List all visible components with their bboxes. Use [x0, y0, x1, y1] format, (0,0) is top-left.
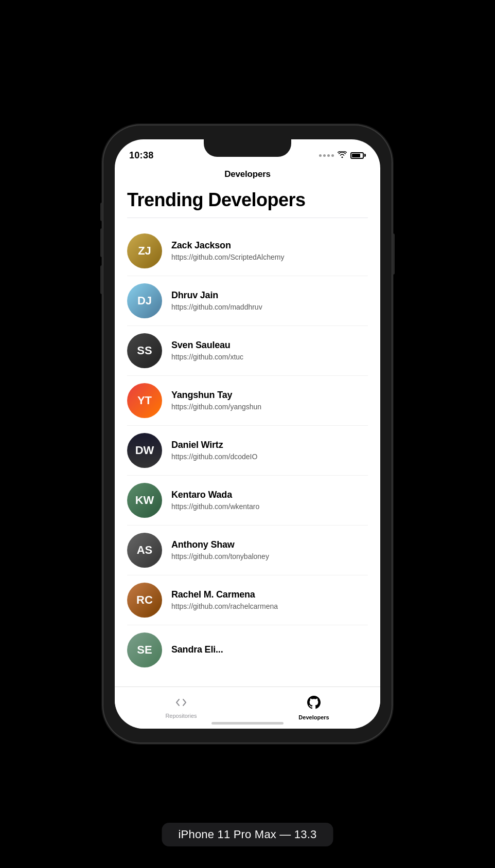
avatar: AS [127, 533, 162, 568]
avatar: SS [127, 333, 162, 368]
developer-info: Daniel Wirtzhttps://github.com/dcodeIO [171, 440, 257, 461]
avatar-initials: SS [137, 344, 152, 357]
home-indicator [211, 722, 284, 725]
wifi-icon [338, 151, 347, 159]
developer-url: https://github.com/xtuc [171, 353, 243, 361]
tab-repositories-label: Repositories [165, 713, 197, 719]
avatar-initials: RC [136, 593, 153, 607]
scene: 10:38 [0, 0, 495, 868]
avatar: YT [127, 383, 162, 418]
page-heading: Trending Developers [127, 190, 368, 210]
developer-name: Yangshun Tay [171, 390, 261, 401]
avatar-initials: AS [137, 544, 153, 557]
phone-frame: 10:38 [103, 125, 392, 743]
developer-url: https://github.com/maddhruv [171, 303, 262, 311]
developer-url: https://github.com/yangshun [171, 403, 261, 411]
developer-name: Daniel Wirtz [171, 440, 257, 450]
volume-down-button [100, 265, 103, 294]
power-button [392, 233, 395, 275]
developer-url: https://github.com/wkentaro [171, 502, 259, 511]
developer-item[interactable]: DJDhruv Jainhttps://github.com/maddhruv [127, 276, 368, 326]
developer-item[interactable]: ZJZack Jacksonhttps://github.com/Scripte… [127, 226, 368, 276]
developer-info: Sandra Eli... [171, 644, 223, 655]
developer-info: Rachel M. Carmenahttps://github.com/rach… [171, 589, 278, 610]
developer-item[interactable]: RCRachel M. Carmenahttps://github.com/ra… [127, 575, 368, 625]
developer-name: Rachel M. Carmena [171, 589, 278, 600]
developer-item[interactable]: YTYangshun Tayhttps://github.com/yangshu… [127, 376, 368, 426]
developer-item[interactable]: KWKentaro Wadahttps://github.com/wkentar… [127, 476, 368, 526]
avatar: ZJ [127, 233, 162, 268]
avatar: SE [127, 632, 162, 667]
avatar-initials: KW [135, 494, 154, 507]
avatar: RC [127, 583, 162, 618]
developer-url: https://github.com/ScriptedAlchemy [171, 253, 284, 261]
developer-url: https://github.com/tonybaloney [171, 552, 269, 560]
nav-title: Developers [224, 169, 271, 179]
notch [204, 139, 291, 157]
tab-bar: Repositories Developers [115, 686, 380, 729]
developer-item[interactable]: ASAnthony Shawhttps://github.com/tonybal… [127, 526, 368, 575]
device-label: iPhone 11 Pro Max — 13.3 [162, 823, 333, 846]
avatar: DW [127, 433, 162, 468]
avatar-initials: ZJ [138, 244, 151, 258]
developer-name: Zack Jackson [171, 240, 284, 251]
status-time: 10:38 [129, 150, 154, 161]
status-icons [319, 151, 366, 159]
phone-screen: 10:38 [115, 139, 380, 729]
developer-name: Sandra Eli... [171, 644, 223, 655]
developer-item[interactable]: DWDaniel Wirtzhttps://github.com/dcodeIO [127, 426, 368, 476]
developer-url: https://github.com/dcodeIO [171, 453, 257, 461]
developer-name: Anthony Shaw [171, 539, 269, 550]
developer-item[interactable]: SSSven Sauleauhttps://github.com/xtuc [127, 326, 368, 376]
developer-info: Zack Jacksonhttps://github.com/ScriptedA… [171, 240, 284, 261]
tab-developers-label: Developers [298, 714, 329, 720]
avatar: DJ [127, 283, 162, 318]
avatar-initials: YT [137, 394, 152, 407]
silent-button [100, 203, 103, 221]
content-area[interactable]: Trending Developers ZJZack Jacksonhttps:… [115, 185, 380, 686]
avatar-initials: DW [135, 444, 154, 457]
developer-name: Dhruv Jain [171, 290, 262, 301]
volume-up-button [100, 228, 103, 257]
developer-list: ZJZack Jacksonhttps://github.com/Scripte… [127, 226, 368, 675]
developer-url: https://github.com/rachelcarmena [171, 602, 278, 610]
signal-icon [319, 154, 334, 157]
github-icon [307, 696, 321, 712]
repos-icon [174, 697, 188, 711]
developer-info: Anthony Shawhttps://github.com/tonybalon… [171, 539, 269, 560]
avatar: KW [127, 483, 162, 518]
developer-info: Sven Sauleauhttps://github.com/xtuc [171, 340, 243, 361]
developer-name: Sven Sauleau [171, 340, 243, 351]
developer-info: Kentaro Wadahttps://github.com/wkentaro [171, 490, 259, 511]
avatar-initials: SE [137, 643, 152, 657]
developer-item[interactable]: SESandra Eli... [127, 625, 368, 675]
developer-info: Dhruv Jainhttps://github.com/maddhruv [171, 290, 262, 311]
developer-info: Yangshun Tayhttps://github.com/yangshun [171, 390, 261, 411]
developer-name: Kentaro Wada [171, 490, 259, 500]
section-divider [127, 218, 368, 218]
avatar-initials: DJ [137, 294, 152, 308]
nav-bar: Developers [115, 165, 380, 185]
battery-icon [350, 152, 366, 159]
